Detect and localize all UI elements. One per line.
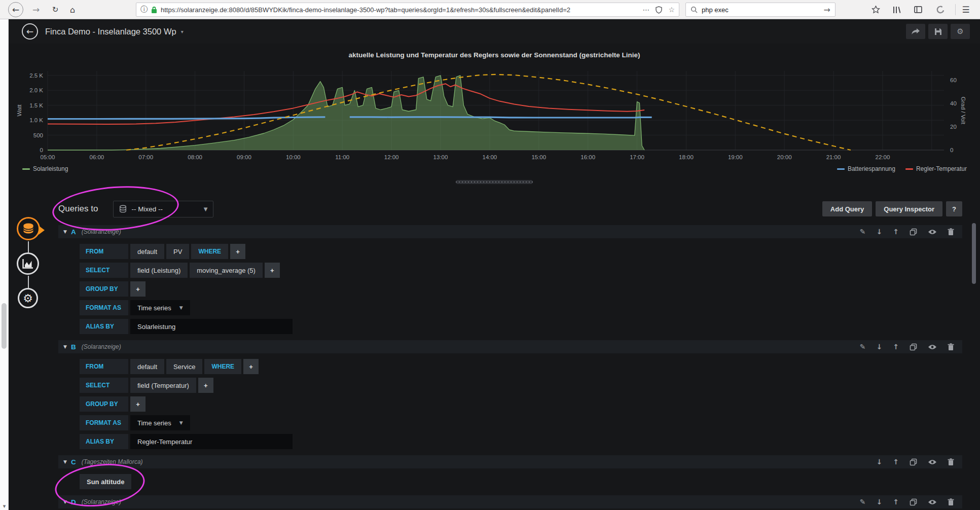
row-label-format-as: FORMAT AS [80,300,128,315]
tab-queries[interactable] [17,217,40,240]
format-select[interactable]: Time series▼ [130,415,190,430]
browser-back-icon[interactable]: ← [8,2,23,17]
site-info-icon[interactable]: ⓘ [140,5,148,14]
add-part-button[interactable]: + [130,396,146,412]
format-select[interactable]: Time series▼ [130,300,190,315]
delete-icon[interactable] [948,498,954,506]
add-part-button[interactable]: + [130,281,146,297]
rail-connector [28,276,29,288]
delete-icon[interactable] [948,343,954,351]
svg-text:22:00: 22:00 [876,154,890,160]
library-icon[interactable] [890,4,903,16]
collapse-icon[interactable]: ▼ [63,459,67,464]
legend-label[interactable]: Regler-Temperatur [916,165,967,172]
move-down-icon[interactable]: ↓ [877,498,883,506]
padlock-icon[interactable] [151,6,157,14]
segment-default[interactable]: default [130,244,164,259]
share-button[interactable] [906,24,925,39]
add-query-button[interactable]: Add Query [822,201,872,216]
move-down-icon[interactable]: ↓ [877,458,883,466]
move-down-icon[interactable]: ↓ [877,343,883,351]
segment-where[interactable]: WHERE [204,359,241,374]
segment-pv[interactable]: PV [166,244,189,259]
toggle-visibility-icon[interactable] [928,459,937,465]
toggle-visibility-icon[interactable] [928,229,937,235]
delete-icon[interactable] [948,228,954,236]
bookmark-star-icon[interactable]: ☆ [668,6,675,14]
move-up-icon[interactable]: ↑ [893,498,899,506]
add-part-button[interactable]: + [265,263,280,278]
save-button[interactable] [928,24,948,39]
toggle-visibility-icon[interactable] [928,344,937,350]
page-scrollbar[interactable]: ▾ [0,19,9,510]
legend-item[interactable]: Solarleistung [22,165,68,172]
sidebar-toggle-icon[interactable] [912,4,925,16]
query-header-A[interactable]: ▼A(Solaranzeige)✎↓↑ [58,225,962,238]
toggle-visibility-icon[interactable] [928,499,937,505]
move-up-icon[interactable]: ↑ [893,343,899,351]
browser-reload-icon[interactable]: ↻ [48,2,63,17]
move-down-icon[interactable]: ↓ [877,228,883,236]
legend-color-dash [905,168,913,170]
collapse-icon[interactable]: ▼ [63,229,67,234]
dashboard-title[interactable]: Finca Demo - Inselanlage 3500 Wp ▾ [45,19,184,44]
back-button[interactable]: ← [22,23,38,40]
segment-where[interactable]: WHERE [191,244,228,259]
tab-panel-settings[interactable]: ⚙ [18,288,38,308]
segment-field-leistung-[interactable]: field (Leistung) [130,263,188,278]
help-button[interactable]: ? [946,201,962,216]
alias-input[interactable] [130,434,293,449]
segment-moving-average-5-[interactable]: moving_average (5) [190,263,263,278]
url-bar[interactable]: ⓘ https://solaranzeige.de:8080/d/85BWYDK… [136,3,679,17]
query-header-B[interactable]: ▼B(Solaranzeige)✎↓↑ [58,340,962,353]
row-label-from: FROM [80,244,128,259]
segment-default[interactable]: default [130,359,164,374]
alias-input[interactable] [130,319,293,334]
duplicate-icon[interactable] [910,228,917,236]
browser-home-icon[interactable]: ⌂ [65,2,80,17]
grafana-app: ← Finca Demo - Inselanlage 3500 Wp ▾ ⚙ a… [9,19,980,510]
edit-icon[interactable]: ✎ [860,228,866,236]
queries-scrollbar-thumb[interactable] [972,223,976,284]
firefox-account-icon[interactable] [934,4,947,16]
segment-service[interactable]: Service [166,359,202,374]
search-go-icon[interactable]: → [824,5,830,15]
chart-legend-left: Solarleistung [22,165,68,172]
delete-icon[interactable] [948,458,954,466]
query-header-C[interactable]: ▼C(Tageszeiten Mallorca)↓↑ [58,455,962,468]
segment-field-temperatur-[interactable]: field (Temperatur) [130,378,196,393]
shield-icon[interactable] [656,6,662,14]
chevron-down-icon: ▾ [181,29,184,34]
dashboard-title-text: Finca Demo - Inselanlage 3500 Wp [45,27,176,37]
duplicate-icon[interactable] [910,343,917,351]
duplicate-icon[interactable] [910,458,917,466]
tab-visualization[interactable] [17,252,39,275]
panel-resize-handle[interactable] [456,180,533,184]
query-header-D[interactable]: ▼D(Solaranzeige)✎↓↑ [58,495,962,508]
edit-icon[interactable]: ✎ [860,343,866,351]
timeseries-chart[interactable]: 2.5 K2.0 K1.5 K1.0 K5000604020005:0006:0… [14,61,967,183]
legend-item[interactable]: Batteriespannung [837,165,895,172]
add-part-button[interactable]: + [243,359,259,374]
legend-item[interactable]: Regler-Temperatur [905,165,967,172]
search-input[interactable] [702,6,820,14]
move-up-icon[interactable]: ↑ [893,458,899,466]
scrollbar-thumb[interactable] [2,303,7,349]
bookmarks-menu-icon[interactable] [869,4,882,16]
query-inspector-button[interactable]: Query Inspector [876,201,942,216]
hamburger-menu-icon[interactable]: ☰ [959,4,972,16]
scroll-down-icon[interactable]: ▾ [0,503,9,509]
edit-icon[interactable]: ✎ [860,498,866,506]
legend-label[interactable]: Batteriespannung [848,165,895,172]
search-bar[interactable]: → [685,3,836,17]
move-up-icon[interactable]: ↑ [893,228,899,236]
collapse-icon[interactable]: ▼ [63,344,67,349]
browser-forward-icon[interactable]: → [28,2,44,17]
add-part-button[interactable]: + [198,378,213,393]
legend-label[interactable]: Solarleistung [33,165,68,172]
duplicate-icon[interactable] [910,498,917,506]
active-tab-pointer-icon [39,226,45,235]
page-actions-icon[interactable]: ⋯ [642,6,649,14]
add-part-button[interactable]: + [230,244,245,259]
settings-gear-icon[interactable]: ⚙ [951,24,970,39]
